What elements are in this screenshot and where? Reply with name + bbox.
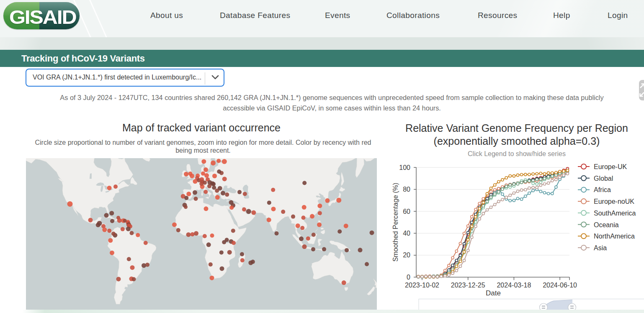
svg-text:20: 20 <box>403 251 410 259</box>
svg-text:Europe-UK: Europe-UK <box>594 163 627 170</box>
svg-text:2024-03-18: 2024-03-18 <box>497 282 531 289</box>
svg-text:SouthAmerica: SouthAmerica <box>594 210 636 217</box>
svg-text:NorthAmerica: NorthAmerica <box>594 233 635 240</box>
svg-text:80: 80 <box>403 186 410 193</box>
svg-text:Asia: Asia <box>594 244 607 251</box>
svg-text:Smoothed Percentage (%): Smoothed Percentage (%) <box>392 183 399 262</box>
svg-text:100: 100 <box>399 164 410 171</box>
svg-text:60: 60 <box>403 208 410 215</box>
svg-text:Oceania: Oceania <box>594 221 619 228</box>
svg-text:Africa: Africa <box>594 186 611 193</box>
svg-text:0: 0 <box>407 274 410 281</box>
svg-text:40: 40 <box>403 230 410 237</box>
svg-text:2023-10-02: 2023-10-02 <box>405 282 439 289</box>
svg-text:Date: Date <box>486 289 501 297</box>
svg-text:Europe-noUK: Europe-noUK <box>594 198 634 205</box>
svg-text:Global: Global <box>594 175 613 182</box>
svg-text:2023-12-25: 2023-12-25 <box>451 282 485 289</box>
svg-text:2024-06-10: 2024-06-10 <box>543 282 577 289</box>
